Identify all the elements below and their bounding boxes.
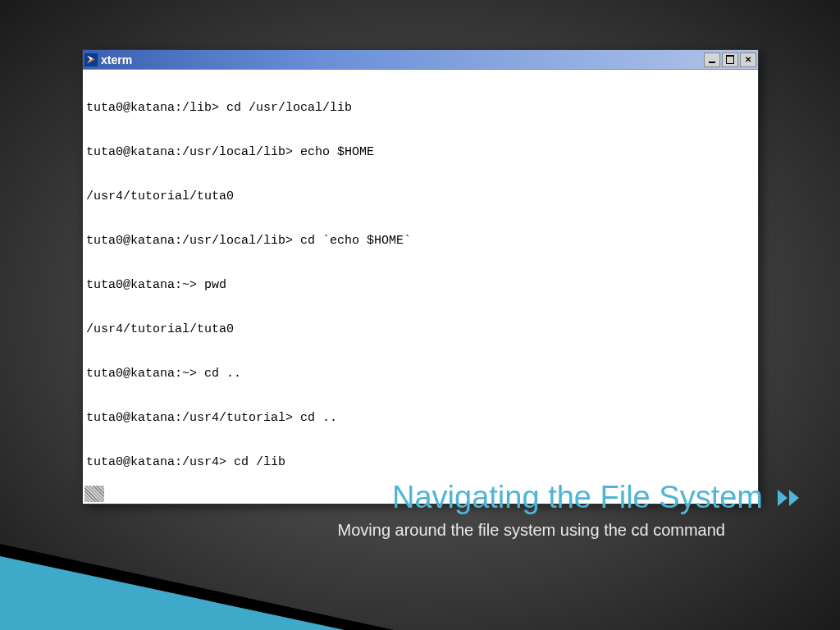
terminal-line: tuta0@katana:/usr4> cd /lib bbox=[86, 455, 755, 470]
slide-subtitle: Moving around the file system using the … bbox=[338, 521, 725, 540]
xterm-icon bbox=[84, 53, 98, 66]
resize-grip-icon[interactable] bbox=[84, 486, 104, 502]
chevron-right-icon bbox=[778, 490, 788, 506]
terminal-line: tuta0@katana:~> pwd bbox=[86, 278, 755, 293]
terminal-line: /usr4/tutorial/tuta0 bbox=[86, 322, 755, 337]
slide-title: Navigating the File System bbox=[392, 480, 763, 515]
maximize-button[interactable] bbox=[722, 52, 738, 67]
titlebar[interactable]: xterm bbox=[83, 50, 758, 70]
minimize-button[interactable] bbox=[704, 52, 720, 67]
chevron-right-icon bbox=[789, 490, 799, 506]
terminal-line: tuta0@katana:/usr/local/lib> cd `echo $H… bbox=[86, 234, 755, 249]
terminal-line: tuta0@katana:/usr4/tutorial> cd .. bbox=[86, 411, 755, 426]
terminal-line: tuta0@katana:/lib> cd /usr/local/lib bbox=[86, 101, 755, 116]
xterm-window: xterm tuta0@katana:/lib> cd /usr/local/l… bbox=[82, 49, 759, 504]
terminal-line: tuta0@katana:~> cd .. bbox=[86, 367, 755, 381]
close-button[interactable] bbox=[740, 52, 756, 67]
slide-title-row: Navigating the File System bbox=[392, 480, 799, 515]
decoration-triangle-cyan bbox=[0, 556, 345, 630]
chevrons-icon bbox=[778, 490, 799, 506]
titlebar-buttons bbox=[704, 52, 756, 67]
window-title: xterm bbox=[101, 53, 704, 66]
terminal-line: /usr4/tutorial/tuta0 bbox=[86, 189, 755, 204]
terminal-line: tuta0@katana:/usr/local/lib> echo $HOME bbox=[86, 145, 755, 160]
terminal-body[interactable]: tuta0@katana:/lib> cd /usr/local/lib tut… bbox=[83, 70, 758, 484]
